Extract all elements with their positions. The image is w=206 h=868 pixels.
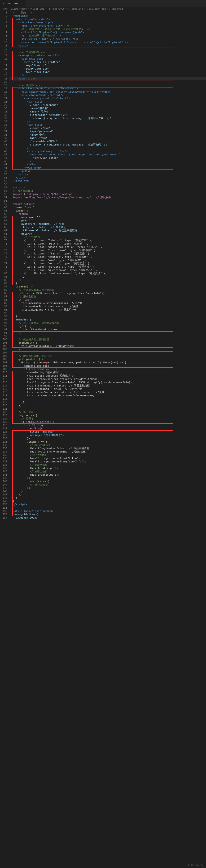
code-line: if (res.errno == 0) { xyxy=(24,368,57,371)
code-line: ifLogined: false, // 登录状态 xyxy=(21,226,66,229)
code-line: }, xyxy=(16,496,19,499)
code-line xyxy=(10,48,206,51)
crumb[interactable]: user xyxy=(21,7,27,10)
vue-icon: V xyxy=(3,2,4,5)
code-line: name: "user", xyxy=(16,206,36,209)
crumb[interactable]: src xyxy=(3,7,7,10)
code-line: let user = JSON.parse(localStorage.getIt… xyxy=(19,292,106,295)
code-line: import { GoLogin } from "@/https/http"; xyxy=(13,193,74,196)
code-line: <div class="modal-content"> xyxy=(21,94,63,97)
code-line: getloginData() { xyxy=(19,358,44,361)
code-line: .then(() => { xyxy=(27,440,47,443)
code-line: ], xyxy=(21,275,24,278)
code-line: localStorage.setItem("userInfo", JSON.st… xyxy=(27,381,133,384)
tab-user-vue[interactable]: V User.vue × xyxy=(0,0,26,7)
code-line: </div> xyxy=(27,163,36,166)
code-line: :icon="item.icon" xyxy=(24,67,51,70)
code-line: console.log("登录成功"); xyxy=(27,371,62,374)
crumb[interactable]: User.vue xyxy=(33,7,44,10)
code-line: <van-button round block type="danger" na… xyxy=(30,153,121,156)
code-line: ifShowModal: false, // 是否显示模态框 xyxy=(21,229,77,232)
code-line: this.username = user.username; //用户名 xyxy=(21,302,82,305)
code-line: }; xyxy=(19,278,22,282)
code-line: :rules="[{ required: true, message: '请填写… xyxy=(30,117,111,120)
code-line: //清空token xyxy=(30,454,46,457)
code-line: <div class="modal-bg" @click="ifShowModa… xyxy=(21,90,111,93)
code-line xyxy=(10,351,206,354)
code-line: ljdl() { xyxy=(19,325,31,328)
code-line: <template> xyxy=(13,14,28,18)
crumb[interactable]: template xyxy=(72,7,83,10)
code-line: }, xyxy=(19,348,22,351)
code-line: }; xyxy=(13,500,16,503)
code-line: this.avatarSrc = user.avatar; //头像 xyxy=(21,305,78,308)
code-area[interactable]: ↘ <!-- 我的 --> <template> <div class="use… xyxy=(10,11,206,520)
code-line: { id: 0, icon: "label-o", type: "我的订单" }… xyxy=(24,239,93,242)
code-editor[interactable]: 1234567891011121314151617181920212223242… xyxy=(0,11,206,520)
code-line: loginout() { xyxy=(19,414,37,417)
code-line: methods: { xyxy=(16,318,31,321)
crumb[interactable]: van-grid xyxy=(111,7,123,10)
code-line: { id: 10, icon: "smile-comment-o", type:… xyxy=(24,272,107,275)
code-line: <img :src="avatarSrc" alt="" /> xyxy=(21,24,70,27)
code-line: } xyxy=(21,490,23,493)
code-line: created() { xyxy=(16,285,33,288)
code-line: }, xyxy=(19,404,22,407)
crumb[interactable]: {} "User.vue" xyxy=(48,7,66,10)
code-line: // 发送数据请求，登录注册 xyxy=(19,354,52,358)
code-line: .van-grid-item { xyxy=(13,513,38,516)
code-line: this.$router.go(0); xyxy=(30,473,59,476)
code-line: >提交</van-button xyxy=(33,156,58,159)
tag-icon: ◈ xyxy=(69,7,71,10)
code-line: <div class="modal" v-if="ifShowModal"> xyxy=(19,87,78,90)
code-line: this.$dialog xyxy=(24,424,43,427)
code-line xyxy=(10,81,206,84)
code-line xyxy=(10,199,206,203)
code-line: // 登陆前先看本人是否登陆过 xyxy=(19,288,54,291)
code-line: <div class="user-box"> xyxy=(16,18,50,21)
code-line: // 用户名存在 xyxy=(19,295,36,298)
code-line: <van-icon :name="ifLogined ? 'cross' : '… xyxy=(21,41,128,44)
code-line: }); xyxy=(21,401,26,404)
code-line: { id: 7, icon: "warn-o", type: "账号安全" }, xyxy=(24,262,91,265)
code-line: avatarSrc: headImg, // 头像 xyxy=(21,222,64,225)
code-line: </van-form> xyxy=(24,166,42,169)
code-line: </script> xyxy=(13,503,27,506)
code-line: :key="item.id" xyxy=(24,64,46,67)
code-line: this.getloginData(); //发送数据请求 xyxy=(21,344,75,348)
code-line: v-model="username" xyxy=(30,103,58,106)
code-line: import headImg from "@/assets/images/tou… xyxy=(13,196,111,199)
crumb[interactable]: views xyxy=(11,7,18,10)
code-line: // 退出登录 xyxy=(19,410,33,413)
code-line xyxy=(10,506,206,509)
code-line: } xyxy=(19,311,20,315)
code-line: name="密码" xyxy=(30,133,46,136)
code-line: <!-- 我的 --> xyxy=(13,11,32,14)
code-line: GoLogin({ username: this.username, pwd: … xyxy=(21,361,126,364)
code-line: <van-grid :column-num="3"> xyxy=(19,54,59,57)
tag-icon: ◈ xyxy=(86,7,88,10)
code-line: </div> xyxy=(16,176,25,179)
code-line: <h3 v-if="ifLogined">{{ username }}</h3> xyxy=(21,31,84,34)
code-line: }, xyxy=(19,493,22,496)
close-icon[interactable]: × xyxy=(21,2,23,5)
code-line: // grid数组 xyxy=(24,236,40,239)
code-line: <van-field xyxy=(27,100,43,103)
code-line: this.ifLogined = true; // 显示用户名 xyxy=(21,308,77,311)
code-line: </div> xyxy=(19,173,28,176)
code-line xyxy=(10,335,206,338)
code-line: <van-form @submit="onSubmit"> xyxy=(24,97,70,100)
code-line: onSubmit() { xyxy=(19,341,37,344)
code-line: localStorage.removeItem("token"); xyxy=(30,457,82,460)
code-line: { id: 1, icon: "bill-o", type: "优惠券" }, xyxy=(24,242,88,245)
code-line: <div style="margin: 16px"> xyxy=(27,150,68,153)
crumb[interactable]: div.user-box xyxy=(89,7,106,10)
tab-bar: V User.vue × xyxy=(0,0,206,7)
code-line: message: "是否退出登录", xyxy=(30,434,64,437)
code-line: <!-- 点击登录，显示模态框 --> xyxy=(21,34,61,37)
tag-icon: ◈ xyxy=(109,7,110,10)
code-line: localStorage.removeItem("userInfo"); xyxy=(30,460,86,463)
code-line: <h3 @click="ljdl" v-else>点击登录</h3> xyxy=(21,37,79,40)
code-line: }) xyxy=(27,437,30,440)
code-line: this.ifLogined = true; // 显示用户名 xyxy=(27,388,82,391)
